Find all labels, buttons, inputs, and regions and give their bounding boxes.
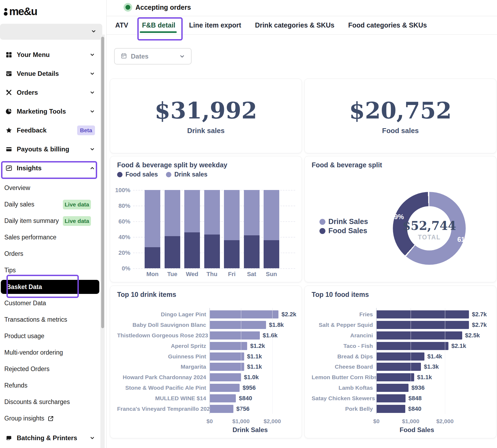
- kpi-card-drink-sales: $31,992 Drink sales: [110, 79, 302, 153]
- dates-dropdown[interactable]: Dates: [114, 48, 192, 65]
- active-tab-underline: [140, 31, 177, 33]
- legend-label: Drink sales: [174, 171, 207, 178]
- legend-item-food-sales: Food Sales: [319, 227, 367, 235]
- value-label: $956: [243, 384, 256, 391]
- sidebar-item-label: Marketing Tools: [17, 108, 90, 115]
- sidebar-item-basket-data[interactable]: Basket Data: [0, 279, 100, 295]
- sidebar-item-rejected-orders[interactable]: Rejected Orders: [0, 361, 100, 377]
- tab-food-categories-skus[interactable]: Food categories & SKUs: [348, 21, 427, 29]
- legend-item-drink-sales: Drink Sales: [319, 218, 368, 226]
- tab-f-b-detail[interactable]: F&B detail: [142, 21, 175, 29]
- drink-segment: [145, 190, 160, 247]
- value-label: $1.6k: [263, 332, 278, 339]
- sidebar-item-discounts-surcharges[interactable]: Discounts & surcharges: [0, 394, 100, 410]
- sidebar-item-label: Discounts & surcharges: [4, 398, 70, 406]
- sidebar: me&u Your MenuVenue DetailsOrdersMarketi…: [0, 0, 107, 448]
- bar-row-taco-fish: Taco - Fish$2.1k: [312, 341, 487, 351]
- legend-dot-icon: [319, 228, 325, 234]
- insights-chart-icon: [5, 165, 12, 172]
- sidebar-item-your-menu[interactable]: Your Menu: [0, 45, 100, 64]
- venue-selector[interactable]: [0, 24, 102, 40]
- sidebar-item-payouts-billing[interactable]: Payouts & billing: [0, 140, 100, 159]
- value-bar: [376, 405, 405, 413]
- sidebar-item-label: Transactions & metrics: [4, 316, 67, 323]
- sidebar-item-customer-data[interactable]: Customer Data: [0, 295, 100, 311]
- sidebar-item-venue-details[interactable]: Venue Details: [0, 64, 100, 83]
- sidebar-item-product-usage[interactable]: Product usage: [0, 328, 100, 344]
- sidebar-item-daily-item-summary[interactable]: Daily item summaryLive data: [0, 213, 100, 229]
- sidebar-scrollbar-thumb[interactable]: [101, 37, 104, 328]
- value-label: $1.1k: [247, 363, 262, 370]
- item-label: Aperol Spritz: [117, 343, 210, 349]
- chevron-down-icon: [91, 29, 96, 35]
- value-label: $1.1k: [247, 353, 262, 360]
- sidebar-nav-top: Your MenuVenue DetailsOrdersMarketing To…: [0, 45, 100, 178]
- sidebar-item-refunds[interactable]: Refunds: [0, 377, 100, 394]
- x-axis-tick: Mon: [142, 271, 162, 278]
- bar-rows: Dingo Lager Pint$2.2kBaby Doll Sauvignon…: [117, 309, 296, 414]
- tab-line-item-export[interactable]: Line item export: [189, 21, 241, 29]
- bar-row-fries: Fries$2.7k: [312, 309, 487, 320]
- sidebar-item-orders[interactable]: Orders: [0, 246, 100, 262]
- legend-label: Drink Sales: [328, 218, 368, 226]
- sidebar-item-insights[interactable]: Insights: [0, 159, 100, 178]
- chart-card-fb-split: Food & beverage split Drink SalesFood Sa…: [304, 156, 496, 282]
- x-axis-title: Drink Sales: [223, 426, 277, 434]
- app-root: me&u Your MenuVenue DetailsOrdersMarketi…: [0, 0, 497, 448]
- stacked-bar-tue: [165, 190, 180, 268]
- dates-dropdown-label: Dates: [131, 53, 148, 60]
- sidebar-item-multi-vendor-ordering[interactable]: Multi-vendor ordering: [0, 344, 100, 361]
- external-link-icon: [47, 415, 54, 422]
- stacked-bar-mon: [145, 190, 160, 268]
- bar-row-pork-belly: Pork Belly$840: [312, 403, 487, 414]
- bar-row-aperol-spritz: Aperol Spritz$1.2k: [117, 341, 296, 351]
- chevron-down-icon: [90, 71, 95, 76]
- kpi-value: $31,992: [155, 97, 257, 124]
- value-label: $2.5k: [465, 332, 480, 339]
- tab-atv[interactable]: ATV: [115, 21, 128, 29]
- value-bar: [376, 331, 462, 340]
- sidebar-item-marketing-tools[interactable]: Marketing Tools: [0, 102, 100, 121]
- sidebar-item-orders[interactable]: Orders: [0, 83, 100, 102]
- food-segment: [145, 247, 160, 268]
- sidebar-item-sales-performance[interactable]: Sales performance: [0, 229, 100, 246]
- value-bar: [210, 373, 241, 381]
- value-label: $2.7k: [472, 311, 487, 318]
- sidebar-item-label: Batching & Printers: [17, 434, 90, 442]
- sidebar-item-transactions-metrics[interactable]: Transactions & metrics: [0, 311, 100, 328]
- item-label: Margarita: [117, 364, 210, 370]
- x-axis-tick: $0: [198, 418, 222, 425]
- gridline: [133, 268, 295, 269]
- sidebar-item-label: Daily sales: [4, 201, 34, 208]
- sidebar-item-daily-sales[interactable]: Daily salesLive data: [0, 196, 100, 213]
- value-label: $2.7k: [472, 321, 487, 328]
- y-axis-tick: 100%: [113, 187, 130, 194]
- utensils-icon: [5, 89, 12, 96]
- chevron-down-icon: [90, 435, 95, 441]
- sidebar-item-label: Venue Details: [17, 70, 90, 77]
- item-label: Lemon Butter Corn Ribs: [312, 374, 376, 381]
- sidebar-item-group-insights[interactable]: Group insights: [0, 410, 100, 427]
- sidebar-item-batching-printers[interactable]: Batching & Printers: [0, 429, 100, 447]
- tab-drink-categories-skus[interactable]: Drink categories & SKUs: [255, 21, 335, 29]
- kpi-label: Drink sales: [187, 127, 225, 135]
- value-bar: [210, 363, 244, 371]
- value-label: $1.0k: [244, 374, 259, 381]
- x-axis-tick: $0: [364, 418, 389, 425]
- item-label: MULLED WINE $14: [117, 395, 210, 402]
- sidebar-item-tips[interactable]: Tips: [0, 262, 100, 279]
- bar-row-thistledown-gorgeous-rose-2023: Thistledown Gorgeous Rose 2023$1.6k: [117, 330, 296, 341]
- stacked-bar-fri: [224, 190, 240, 268]
- sidebar-item-label: Customer Data: [4, 300, 46, 307]
- value-bar: [376, 342, 448, 350]
- drink-segment: [184, 190, 200, 232]
- kpi-card-food-sales: $20,752 Food sales: [304, 79, 496, 153]
- item-label: Bread & Dips: [312, 353, 376, 360]
- x-axis-tick: Wed: [182, 271, 202, 278]
- value-bar: [210, 405, 233, 413]
- y-axis-tick: 40%: [113, 234, 130, 241]
- sidebar-item-feedback[interactable]: FeedbackBeta: [0, 121, 100, 140]
- bar-row-lamb-koftas: Lamb Koftas$936: [312, 383, 487, 393]
- value-bar: [210, 310, 278, 318]
- sidebar-item-overview[interactable]: Overview: [0, 180, 100, 196]
